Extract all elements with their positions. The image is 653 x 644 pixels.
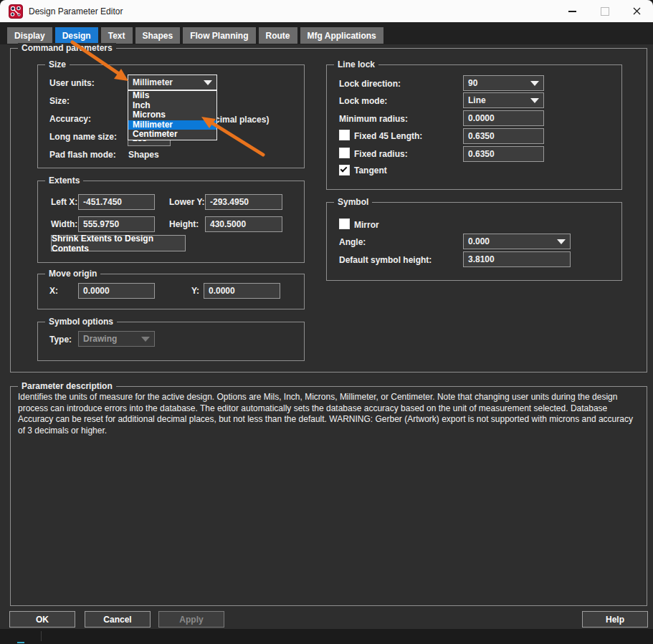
default-symbol-height-label: Default symbol height: bbox=[339, 255, 432, 265]
window-controls bbox=[556, 0, 653, 22]
parameter-description-label: Parameter description bbox=[18, 381, 116, 392]
tab-design[interactable]: Design bbox=[55, 27, 98, 44]
symbol-options-group: Symbol options Type: Drawing bbox=[37, 322, 305, 361]
minimum-radius-label: Minimum radius: bbox=[339, 114, 408, 124]
fixed-radius-field[interactable]: 0.6350 bbox=[463, 146, 544, 162]
minimize-icon bbox=[568, 11, 576, 12]
taskbar-divider bbox=[41, 631, 42, 641]
app-icon bbox=[9, 4, 23, 19]
user-units-combo[interactable]: Millimeter bbox=[128, 75, 217, 90]
command-parameters-label: Command parameters bbox=[18, 43, 116, 54]
fixed-45-length-field[interactable]: 0.6350 bbox=[463, 128, 544, 144]
lock-mode-value: Line bbox=[468, 95, 486, 105]
tab-shapes[interactable]: Shapes bbox=[135, 27, 181, 44]
origin-x-label: X: bbox=[49, 286, 58, 296]
user-units-label: User units: bbox=[49, 78, 95, 88]
apply-button: Apply bbox=[158, 611, 224, 628]
fixed-radius-value: 0.6350 bbox=[468, 149, 495, 159]
chevron-down-icon bbox=[530, 98, 539, 103]
minimum-radius-field[interactable]: 0.0000 bbox=[463, 110, 544, 126]
lock-mode-label: Lock mode: bbox=[339, 96, 387, 106]
close-button[interactable] bbox=[621, 0, 653, 22]
lock-mode-combo[interactable]: Line bbox=[463, 92, 544, 108]
fixed-radius-label: Fixed radius: bbox=[354, 149, 408, 159]
user-units-dropdown-list: Mils Inch Microns Millimeter Centimeter bbox=[128, 90, 217, 140]
symbol-options-group-label: Symbol options bbox=[45, 317, 117, 327]
origin-y-field[interactable]: 0.0000 bbox=[204, 283, 280, 299]
dropdown-option-centimeter[interactable]: Centimeter bbox=[128, 130, 216, 140]
extents-group: Extents Left X: -451.7450 Lower Y: -293.… bbox=[37, 181, 305, 263]
shrink-extents-label: Shrink Extents to Design Contents bbox=[52, 234, 185, 254]
symbol-group: Symbol Mirror Angle: 0.000 Default symbo… bbox=[326, 202, 622, 281]
tab-display[interactable]: Display bbox=[7, 27, 52, 44]
tangent-label: Tangent bbox=[354, 165, 387, 176]
tangent-checkbox[interactable] bbox=[339, 165, 350, 176]
dropdown-option-inch[interactable]: Inch bbox=[128, 101, 216, 111]
tab-mfg-applications[interactable]: Mfg Applications bbox=[300, 27, 383, 44]
tab-flow-planning[interactable]: Flow Planning bbox=[183, 27, 255, 44]
design-parameter-editor-window: Design Parameter Editor Display Design T… bbox=[0, 0, 653, 629]
long-name-size-label: Long name size: bbox=[49, 132, 117, 142]
mirror-checkbox[interactable] bbox=[339, 218, 350, 229]
line-lock-group: Line lock Lock direction: 90 Lock mode: … bbox=[326, 64, 622, 190]
shrink-extents-button[interactable]: Shrink Extents to Design Contents bbox=[51, 235, 186, 251]
angle-combo[interactable]: 0.000 bbox=[463, 234, 571, 249]
left-x-label: Left X: bbox=[51, 197, 77, 207]
user-units-value: Millimeter bbox=[133, 77, 173, 87]
maximize-button bbox=[588, 0, 621, 22]
pad-flash-mode-value: Shapes bbox=[128, 150, 159, 160]
chevron-down-icon bbox=[141, 337, 150, 342]
fixed-radius-checkbox[interactable] bbox=[339, 148, 350, 158]
symbol-type-value: Drawing bbox=[83, 334, 117, 344]
dropdown-option-mils[interactable]: Mils bbox=[128, 91, 216, 101]
size-group: Size User units: Millimeter Size: Accura… bbox=[37, 64, 305, 168]
extents-group-label: Extents bbox=[45, 176, 83, 186]
line-lock-group-label: Line lock bbox=[334, 59, 378, 70]
height-field[interactable]: 430.5000 bbox=[205, 216, 282, 232]
lock-direction-label: Lock direction: bbox=[339, 79, 401, 89]
move-origin-group-label: Move origin bbox=[45, 269, 100, 279]
dropdown-option-millimeter[interactable]: Millimeter bbox=[128, 120, 216, 130]
origin-x-value: 0.0000 bbox=[83, 286, 110, 296]
fixed-45-length-checkbox[interactable] bbox=[339, 130, 350, 140]
minimize-button[interactable] bbox=[556, 0, 588, 22]
move-origin-group: Move origin X: 0.0000 Y: 0.0000 bbox=[37, 274, 305, 309]
help-button[interactable]: Help bbox=[582, 611, 648, 628]
lock-direction-value: 90 bbox=[468, 78, 477, 88]
chevron-down-icon bbox=[530, 81, 539, 86]
tab-route[interactable]: Route bbox=[259, 27, 297, 44]
help-label: Help bbox=[606, 615, 624, 625]
pad-flash-mode-label: Pad flash mode: bbox=[49, 150, 116, 160]
width-field[interactable]: 555.9750 bbox=[78, 216, 155, 232]
default-symbol-height-value: 3.8100 bbox=[468, 254, 495, 264]
chevron-down-icon bbox=[204, 80, 212, 85]
angle-value: 0.000 bbox=[468, 236, 490, 246]
parameter-description-group: Parameter description Identifies the uni… bbox=[10, 386, 647, 606]
titlebar: Design Parameter Editor bbox=[0, 0, 653, 22]
close-icon bbox=[633, 7, 641, 15]
tab-bar: Display Design Text Shapes Flow Planning… bbox=[0, 22, 653, 44]
width-label: Width: bbox=[51, 219, 77, 229]
ok-button[interactable]: OK bbox=[9, 611, 75, 628]
cancel-button[interactable]: Cancel bbox=[85, 611, 151, 628]
width-value: 555.9750 bbox=[83, 219, 119, 229]
fixed-45-length-label: Fixed 45 Length: bbox=[354, 131, 422, 141]
tab-text[interactable]: Text bbox=[101, 27, 133, 44]
default-symbol-height-field[interactable]: 3.8100 bbox=[463, 251, 571, 267]
origin-y-value: 0.0000 bbox=[209, 286, 235, 296]
origin-y-label: Y: bbox=[191, 286, 199, 296]
lower-y-field[interactable]: -293.4950 bbox=[205, 194, 282, 210]
cancel-label: Cancel bbox=[103, 615, 131, 625]
mirror-label: Mirror bbox=[354, 220, 379, 230]
accuracy-label: Accuracy: bbox=[49, 114, 91, 124]
origin-x-field[interactable]: 0.0000 bbox=[78, 283, 155, 299]
left-x-field[interactable]: -451.7450 bbox=[78, 194, 155, 210]
minimum-radius-value: 0.0000 bbox=[468, 113, 495, 123]
taskbar-strip bbox=[0, 629, 653, 644]
screen: Design Parameter Editor Display Design T… bbox=[0, 0, 653, 644]
height-label: Height: bbox=[169, 219, 199, 229]
lock-direction-combo[interactable]: 90 bbox=[463, 75, 544, 91]
apply-label: Apply bbox=[179, 615, 203, 625]
size-group-label: Size bbox=[45, 59, 70, 70]
dropdown-option-microns[interactable]: Microns bbox=[128, 110, 216, 120]
